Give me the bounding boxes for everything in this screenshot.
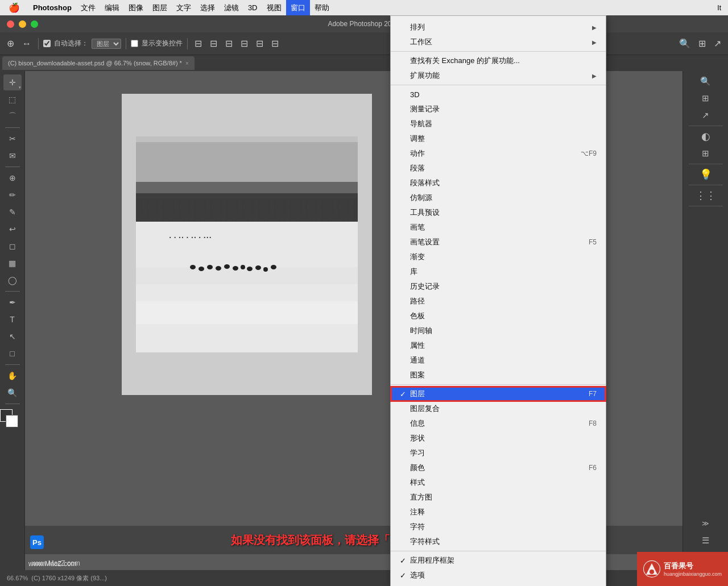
gradient-tool[interactable]: ▦ <box>3 255 22 271</box>
menu-actions[interactable]: 动作 ⌥F9 <box>391 146 606 161</box>
menu-options[interactable]: ✓ 选项 <box>391 568 606 583</box>
history-brush-tool[interactable]: ↩ <box>3 221 22 237</box>
share-icon[interactable]: ↗ <box>712 37 723 50</box>
menu-tool-presets[interactable]: 工具预设 <box>391 205 606 220</box>
menu-help[interactable]: 帮助 <box>310 0 334 15</box>
node-icon[interactable]: ⋮⋮ <box>697 188 715 203</box>
path-select-tool[interactable]: ↖ <box>3 329 22 344</box>
menu-layer[interactable]: 图层 <box>148 0 172 15</box>
menu-patterns[interactable]: 图案 <box>391 368 606 383</box>
crop-tool[interactable]: ✂ <box>3 131 22 147</box>
menu-paragraph[interactable]: 段落 <box>391 161 606 176</box>
clone-tool[interactable]: ✎ <box>3 204 22 220</box>
menu-window[interactable]: 窗口 <box>286 0 310 15</box>
menu-edit[interactable]: 编辑 <box>100 0 124 15</box>
menu-filter[interactable]: 滤镜 <box>220 0 243 15</box>
move-tool[interactable]: ✛ ▾ <box>3 74 22 90</box>
app-name[interactable]: Photoshop <box>28 0 76 15</box>
background-color[interactable] <box>6 415 18 427</box>
menu-select[interactable]: 选择 <box>196 0 220 15</box>
hand-tool[interactable]: ✋ <box>3 368 22 384</box>
color-wheel-icon[interactable]: ◐ <box>697 128 715 144</box>
menu-color[interactable]: 颜色 F6 <box>391 460 606 475</box>
eyedropper-tool[interactable]: ✉ <box>3 148 22 164</box>
menu-history[interactable]: 历史记录 <box>391 279 606 294</box>
menu-workspace[interactable]: 工作区 <box>391 35 606 49</box>
menu-view[interactable]: 视图 <box>262 0 286 15</box>
menu-histogram[interactable]: 直方图 <box>391 490 606 505</box>
menu-3d[interactable]: 3D <box>243 0 262 15</box>
menu-app-frame[interactable]: ✓ 应用程序框架 <box>391 553 606 568</box>
menu-adjustments[interactable]: 调整 <box>391 131 606 146</box>
eraser-tool[interactable]: ◻ <box>3 238 22 254</box>
minimize-button[interactable] <box>19 20 26 28</box>
menu-layers[interactable]: ✓ 图层 F7 <box>391 386 606 401</box>
search-panel-icon[interactable]: 🔍 <box>697 73 715 89</box>
transform-icon[interactable]: ↔ <box>20 38 34 50</box>
document-canvas[interactable] <box>122 94 372 395</box>
select-tool[interactable]: ⬚ <box>3 92 22 107</box>
align-left-icon[interactable]: ⊟ <box>192 37 204 50</box>
menu-character-styles[interactable]: 字符样式 <box>391 534 606 549</box>
menu-gradients[interactable]: 渐变 <box>391 250 606 264</box>
grid-icon[interactable]: ⊞ <box>697 146 715 161</box>
menu-channels[interactable]: 通道 <box>391 353 606 368</box>
share-panel-icon[interactable]: ↗ <box>697 107 715 123</box>
menu-measurement-log[interactable]: 测量记录 <box>391 102 606 117</box>
menu-find-exchange[interactable]: 查找有关 Exchange 的扩展功能... <box>391 53 606 68</box>
menu-notes[interactable]: 注释 <box>391 505 606 519</box>
workspace-label: 工作区 <box>410 37 581 47</box>
tab-bar: (C) bison_downloadable-asset.psd @ 66.7%… <box>0 55 728 71</box>
menu-timeline[interactable]: 时间轴 <box>391 323 606 338</box>
menu-paragraph-styles[interactable]: 段落样式 <box>391 176 606 190</box>
search-icon[interactable]: 🔍 <box>677 37 693 50</box>
menu-image[interactable]: 图像 <box>124 0 148 15</box>
menu-arrange[interactable]: 排列 <box>391 20 606 35</box>
shape-tool[interactable]: □ <box>3 346 22 361</box>
menu-styles[interactable]: 样式 <box>391 475 606 490</box>
layer-select[interactable]: 图层 <box>92 39 121 49</box>
dodge-tool[interactable]: ◯ <box>3 272 22 288</box>
pen-tool[interactable]: ✒ <box>3 294 22 310</box>
brush-tool[interactable]: ✏ <box>3 187 22 203</box>
text-tool[interactable]: T <box>3 311 22 327</box>
menu-text[interactable]: 文字 <box>172 0 196 15</box>
menu-file[interactable]: 文件 <box>76 0 100 15</box>
menu-clone-source[interactable]: 仿制源 <box>391 190 606 205</box>
heal-tool[interactable]: ⊕ <box>3 170 22 186</box>
move-tool-icon[interactable]: ⊕ <box>5 37 16 50</box>
menu-properties[interactable]: 属性 <box>391 338 606 353</box>
menu-shapes[interactable]: 形状 <box>391 431 606 446</box>
close-button[interactable] <box>7 20 14 28</box>
align-top-icon[interactable]: ⊟ <box>238 37 250 50</box>
zoom-tool[interactable]: 🔍 <box>3 385 22 401</box>
document-tab[interactable]: (C) bison_downloadable-asset.psd @ 66.7%… <box>2 56 195 70</box>
menu-navigator[interactable]: 导航器 <box>391 117 606 131</box>
align-bottom-icon[interactable]: ⊟ <box>269 37 281 50</box>
panel-icon[interactable]: ⊞ <box>696 37 708 50</box>
auto-select-checkbox[interactable] <box>43 40 51 47</box>
lasso-tool[interactable]: ⌒ <box>3 109 22 124</box>
expand-icon[interactable]: ≫ <box>697 516 715 531</box>
align-right-icon[interactable]: ⊟ <box>223 37 235 50</box>
menu-brush-settings[interactable]: 画笔设置 F5 <box>391 235 606 250</box>
apple-menu[interactable]: 🍎 <box>0 2 28 13</box>
light-icon[interactable]: 💡 <box>697 167 715 182</box>
libraries-icon[interactable]: ⊞ <box>697 90 715 106</box>
menu-layer-comps[interactable]: 图层复合 <box>391 401 606 416</box>
menu-panel-icon[interactable]: ☰ <box>697 533 715 548</box>
menu-brushes[interactable]: 画笔 <box>391 220 606 235</box>
menu-3d[interactable]: 3D <box>391 87 606 102</box>
menu-character[interactable]: 字符 <box>391 519 606 534</box>
menu-swatches[interactable]: 色板 <box>391 309 606 323</box>
maximize-button[interactable] <box>31 20 38 28</box>
tab-close-button[interactable]: × <box>185 60 189 67</box>
align-center-icon[interactable]: ⊟ <box>208 37 220 50</box>
align-middle-icon[interactable]: ⊟ <box>254 37 266 50</box>
menu-learn[interactable]: 学习 <box>391 446 606 460</box>
menu-extensions[interactable]: 扩展功能 <box>391 68 606 83</box>
menu-paths[interactable]: 路径 <box>391 294 606 309</box>
menu-libraries[interactable]: 库 <box>391 264 606 279</box>
show-transform-checkbox[interactable] <box>131 40 138 47</box>
menu-info[interactable]: 信息 F8 <box>391 416 606 431</box>
